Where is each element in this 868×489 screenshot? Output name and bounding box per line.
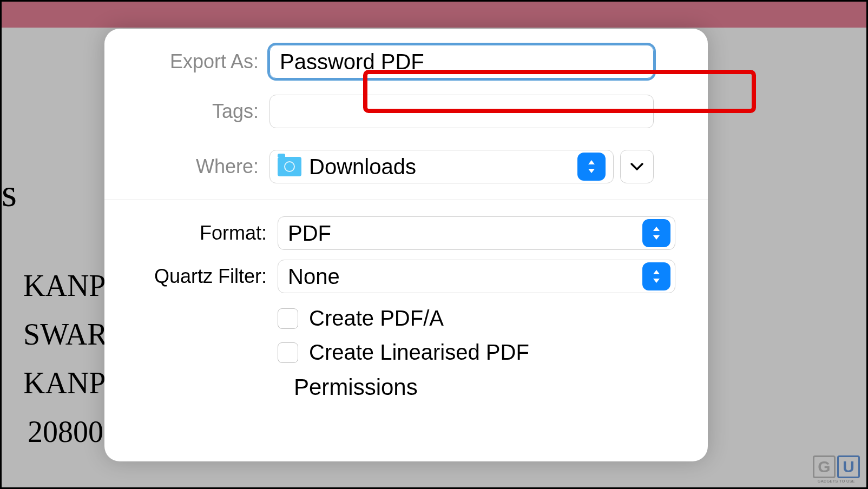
stepper-icon	[642, 219, 670, 247]
quartz-filter-value: None	[288, 265, 340, 289]
where-row: Where: Downloads	[104, 150, 708, 183]
bg-text-fragment: SWAR	[23, 317, 108, 352]
bg-text-fragment: KANP	[23, 366, 106, 400]
permissions-label: Permissions	[294, 374, 418, 400]
bg-text-fragment: KANP	[23, 268, 106, 303]
pdfa-row: Create PDF/A	[137, 306, 675, 331]
watermark-u-icon: U	[837, 455, 860, 478]
tags-label: Tags:	[159, 100, 269, 123]
linearised-row: Create Linearised PDF	[137, 340, 675, 365]
watermark-text: GADGETS TO USE	[818, 479, 855, 483]
stepper-icon	[642, 262, 670, 290]
disclosure-button[interactable]	[620, 150, 654, 183]
chevron-down-icon	[630, 162, 644, 171]
where-select[interactable]: Downloads	[269, 150, 614, 183]
quartz-filter-row: Quartz Filter: None	[137, 260, 675, 293]
stepper-icon	[577, 153, 606, 181]
watermark: G U GADGETS TO USE	[813, 455, 860, 483]
quartz-filter-label: Quartz Filter:	[137, 265, 278, 288]
tags-row: Tags:	[104, 95, 708, 128]
bg-text-fragment: s	[2, 171, 17, 216]
format-label: Format:	[137, 222, 278, 244]
format-select[interactable]: PDF	[278, 216, 675, 250]
pdfa-label: Create PDF/A	[309, 306, 444, 331]
format-value: PDF	[288, 221, 331, 246]
format-row: Format: PDF	[137, 216, 675, 250]
export-as-label: Export As:	[159, 50, 269, 73]
where-label: Where:	[159, 155, 269, 178]
export-as-row: Export As:	[104, 45, 708, 78]
folder-icon	[278, 157, 301, 176]
quartz-filter-select[interactable]: None	[278, 260, 675, 293]
pdfa-checkbox[interactable]	[278, 308, 298, 329]
divider	[104, 200, 708, 200]
tags-input[interactable]	[269, 95, 654, 128]
linearised-checkbox[interactable]	[278, 342, 298, 363]
watermark-g-icon: G	[813, 455, 836, 478]
permissions-button[interactable]: Permissions	[137, 374, 675, 400]
linearised-label: Create Linearised PDF	[309, 340, 529, 365]
export-dialog: Export As: Tags: Where: Downloads	[104, 29, 708, 461]
window-frame: s KANP SWAR KANP 208002 Export As: Tags:…	[2, 2, 866, 487]
export-as-input[interactable]	[269, 45, 654, 78]
where-value: Downloads	[309, 155, 570, 179]
